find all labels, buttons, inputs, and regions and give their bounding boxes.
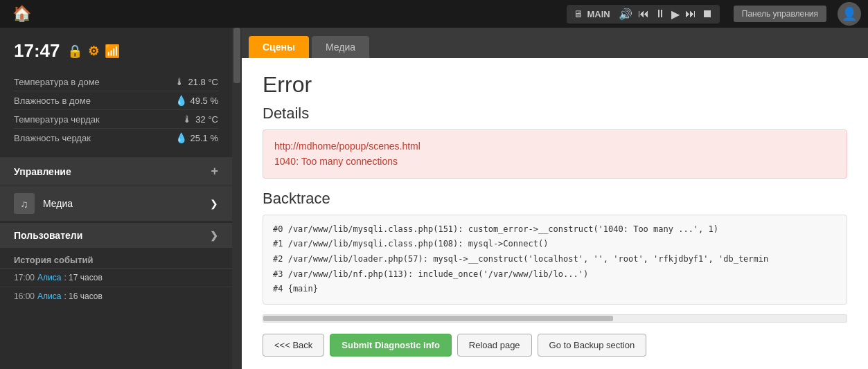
event-msg-1: : 16 часов (64, 291, 102, 301)
users-chevron-icon: ❯ (210, 230, 218, 241)
content-area: Сцены Медиа Error Details http://mdhome/… (242, 28, 868, 369)
users-label: Пользователи (14, 230, 82, 241)
event-msg-0: : 17 часов (64, 273, 102, 282)
back-button[interactable]: <<< Back (263, 334, 324, 357)
error-details-title: Details (263, 105, 847, 123)
event-name-0: Алиса (37, 273, 61, 282)
tab-scenes[interactable]: Сцены (249, 36, 309, 58)
backtrace-line-1: #1 /var/www/lib/mysqli.class.php(108): m… (273, 237, 837, 252)
main-layout: 17:47 🔒 ⚙ 📶 Температура в доме 🌡 21.8 °С… (0, 28, 868, 369)
backtrace-box: #0 /var/www/lib/mysqli.class.php(151): c… (263, 215, 847, 305)
droplet-icon-2: 💧 (175, 132, 187, 143)
music-icon: ♫ (14, 193, 35, 214)
sensor-humidity-attic-label: Влажность чердак (14, 133, 91, 143)
error-url: http://mdhome/popup/scenes.html (274, 138, 835, 154)
media-controls: 🔊 ⏮ ⏸ ▶ ⏭ ⏹ (619, 8, 713, 21)
event-item-1: 16:00 Алиса : 16 часов (0, 287, 232, 305)
lock-icon: 🔒 (67, 44, 82, 59)
droplet-icon-1: 💧 (175, 95, 187, 106)
sensor-temp-attic-label: Температура чердак (14, 114, 100, 125)
scroll-thumb (233, 28, 240, 83)
sensor-humidity-attic: Влажность чердак 💧 25.1 % (14, 129, 218, 147)
backtrace-line-0: #0 /var/www/lib/mysqli.class.php(151): c… (273, 222, 837, 237)
sensor-humidity-home-value: 💧 49.5 % (175, 95, 218, 106)
sensor-temp-home-label: Температура в доме (14, 77, 100, 87)
backtrace-line-3: #3 /var/www/lib/nf.php(113): include_onc… (273, 267, 837, 282)
next-icon[interactable]: ⏭ (685, 8, 696, 20)
users-section[interactable]: Пользователи ❯ (0, 222, 232, 248)
backtrace-line-4: #4 {main} (273, 282, 837, 297)
sidebar-scrollbar[interactable] (232, 28, 242, 369)
backtrace-scroll-thumb (263, 316, 613, 321)
sensor-temp-home: Температура в доме 🌡 21.8 °С (14, 73, 218, 91)
event-history-header: История событий (0, 248, 232, 268)
user-avatar[interactable]: 👤 (838, 2, 861, 26)
sensor-humidity-home: Влажность в доме 💧 49.5 % (14, 91, 218, 110)
screen-icon: 🖥 (574, 8, 583, 19)
gear-icon: ⚙ (88, 44, 99, 59)
media-chevron-icon: ❯ (210, 198, 218, 209)
management-label: Управление (14, 166, 71, 177)
volume-icon[interactable]: 🔊 (619, 8, 632, 21)
media-section-label: Медиа (43, 198, 73, 209)
backtrace-line-2: #2 /var/www/lib/loader.php(57): mysql->_… (273, 252, 837, 267)
reload-page-button[interactable]: Reload page (457, 334, 532, 357)
event-time-1: 16:00 (14, 291, 35, 301)
sidebar: 17:47 🔒 ⚙ 📶 Температура в доме 🌡 21.8 °С… (0, 28, 232, 369)
wifi-icon: 📶 (105, 44, 120, 59)
status-icons: 🔒 ⚙ 📶 (67, 44, 120, 59)
error-content: Error Details http://mdhome/popup/scenes… (242, 58, 868, 369)
action-buttons: <<< Back Submit Diagnostic info Reload p… (263, 334, 847, 363)
media-left: ♫ Медиа (14, 193, 73, 214)
error-message: 1040: Too many connections (274, 154, 835, 169)
event-time-0: 17:00 (14, 273, 35, 282)
submit-diagnostic-button[interactable]: Submit Diagnostic info (330, 334, 452, 357)
thermometer-icon-2: 🌡 (182, 114, 192, 125)
go-to-backup-button[interactable]: Go to Backup section (538, 334, 647, 357)
media-label: MAIN (587, 9, 610, 19)
sensor-list: Температура в доме 🌡 21.8 °С Влажность в… (0, 69, 232, 155)
play-icon[interactable]: ▶ (671, 8, 680, 21)
top-bar: 🏠 🖥 MAIN 🔊 ⏮ ⏸ ▶ ⏭ ⏹ Панель управления 👤 (0, 0, 868, 28)
error-title: Error (263, 72, 847, 98)
media-player: 🖥 MAIN 🔊 ⏮ ⏸ ▶ ⏭ ⏹ (567, 5, 720, 24)
sensor-temp-home-value: 🌡 21.8 °С (175, 76, 218, 87)
sensor-humidity-attic-value: 💧 25.1 % (175, 132, 218, 143)
prev-icon[interactable]: ⏮ (638, 8, 649, 20)
sensor-temp-attic: Температура чердак 🌡 32 °С (14, 110, 218, 129)
sensor-temp-attic-value: 🌡 32 °С (182, 114, 218, 125)
control-panel-button[interactable]: Панель управления (734, 6, 826, 22)
event-history-label: История событий (14, 255, 94, 265)
management-section[interactable]: Управление + (0, 156, 232, 186)
event-name-1: Алиса (37, 291, 61, 301)
media-section[interactable]: ♫ Медиа ❯ (0, 186, 232, 221)
pause-icon[interactable]: ⏸ (655, 8, 666, 20)
event-item-0: 17:00 Алиса : 17 часов (0, 268, 232, 287)
plus-icon[interactable]: + (211, 164, 218, 179)
sensor-humidity-home-label: Влажность в доме (14, 96, 91, 106)
clock-display: 17:47 (14, 40, 60, 62)
backtrace-title: Backtrace (263, 190, 847, 208)
home-button[interactable]: 🏠 (7, 5, 37, 23)
error-details-box: http://mdhome/popup/scenes.html 1040: To… (263, 129, 847, 179)
stop-icon[interactable]: ⏹ (702, 8, 713, 20)
tabs-bar: Сцены Медиа (242, 28, 868, 58)
tab-media[interactable]: Медиа (312, 36, 369, 58)
sidebar-time: 17:47 🔒 ⚙ 📶 (0, 28, 232, 69)
thermometer-icon: 🌡 (175, 76, 184, 87)
backtrace-scrollbar[interactable] (263, 314, 847, 323)
